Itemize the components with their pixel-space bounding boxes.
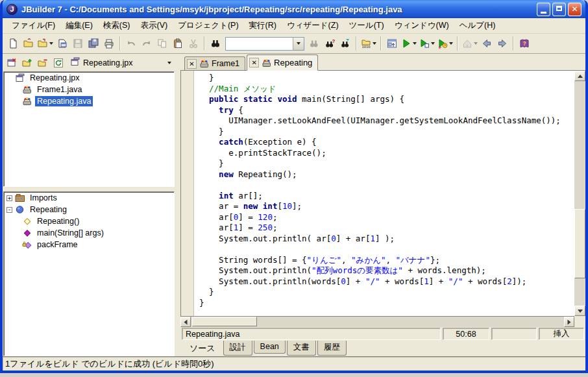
menu-item-7[interactable]: ツール(T) [344,18,389,33]
vertical-scroll-thumb[interactable] [574,209,585,278]
structure-tree-item-imports[interactable]: +Imports [4,192,174,204]
jbuilder-window: J JBuilder 7 - C:/Documents and Settings… [0,0,588,373]
menu-item-0[interactable]: ファイル(F) [6,18,60,33]
forward-button[interactable] [495,36,510,51]
make-project-button[interactable]: 1010 [360,36,378,51]
view-tab-設計[interactable]: 設計 [223,341,252,356]
editor-panel: ✕Frame1✕Repeating } //Main メソッド public s… [180,54,585,356]
reopen-button[interactable] [36,36,55,51]
close-project-button[interactable] [4,55,19,71]
minimize-button[interactable] [537,3,550,16]
menu-item-3[interactable]: 表示(V) [135,18,173,33]
open-file-button[interactable] [21,36,36,51]
structure-tree[interactable]: +Imports-RepeatingRepeating()main(String… [3,191,175,356]
close-file-button[interactable] [55,36,70,51]
editor-tab-frame1[interactable]: ✕Frame1 [184,56,245,70]
view-tab-文書[interactable]: 文書 [287,341,316,356]
ui-designer-button[interactable] [384,36,400,51]
left-panel: Repeating.jpx Repeating.jpxFrame1.javaRe… [3,54,175,356]
find-button[interactable] [208,36,223,51]
editor-tab-bar: ✕Frame1✕Repeating [180,54,585,71]
collapse-icon[interactable]: - [6,207,12,213]
maximize-icon [556,6,562,11]
redo-icon [141,38,152,49]
horizontal-splitter[interactable] [3,187,175,191]
menu-item-4[interactable]: プロジェクト(P) [173,18,243,33]
close-tab-icon[interactable]: ✕ [249,58,259,67]
structure-tree-item-label: Imports [28,193,59,203]
menu-item-1[interactable]: 編集(E) [60,18,98,33]
code-line: ar[1] = 250; [199,223,574,234]
add-file-button[interactable] [19,55,35,71]
project-tree-item-label: Repeating.jpx [28,73,81,83]
search-dropdown-button[interactable] [293,38,304,50]
new-file-button[interactable] [5,36,21,51]
paste-button[interactable] [170,36,186,51]
save-all-button[interactable] [86,36,101,51]
view-tab-履歴[interactable]: 履歴 [317,341,347,356]
project-tree-item-repeating-jpx[interactable]: Repeating.jpx [4,72,174,84]
toolbar-separator [380,36,382,51]
scroll-down-button[interactable] [574,306,585,316]
code-line: ar = new int[10]; [199,201,574,212]
view-tab-bean[interactable]: Bean [254,341,286,354]
print-icon [104,38,114,49]
expand-icon[interactable]: + [6,195,12,201]
close-project-icon [6,58,17,68]
maximize-button[interactable] [552,3,566,16]
code-line: } [199,287,574,298]
save-button [70,36,86,51]
menu-item-5[interactable]: 実行(R) [244,18,282,33]
horizontal-scroll-thumb[interactable] [192,317,257,326]
refresh-project-button[interactable] [51,55,66,71]
find-next-icon [309,38,319,49]
menu-item-6[interactable]: ウィザード(Z) [282,18,344,33]
structure-tree-item-packframe[interactable]: packFrame [4,239,174,250]
run-icon [401,38,411,49]
project-tree-item-repeating-java[interactable]: Repeating.java [4,95,174,107]
search-combo[interactable] [225,37,304,51]
scroll-left-button[interactable] [180,317,191,327]
profile-button[interactable] [436,36,454,51]
horizontal-scrollbar[interactable] [180,316,574,327]
save-icon [73,38,83,49]
chevron-down-icon [373,42,376,45]
print-button[interactable] [101,36,117,51]
horizontal-scroll-track[interactable] [191,317,564,327]
title-bar: J JBuilder 7 - C:/Documents and Settings… [3,0,585,18]
scrollbar-corner [574,316,585,327]
menu-item-8[interactable]: ウィンドウ(W) [389,18,454,33]
help-button[interactable]: ? [517,36,532,51]
scroll-right-button[interactable] [564,317,574,327]
close-tab-icon[interactable]: ✕ [187,59,197,69]
find-in-path-button[interactable] [337,36,353,51]
structure-tree-item-repeating[interactable]: Repeating() [4,215,174,227]
project-tree-item-frame1-java[interactable]: Frame1.java [4,84,174,95]
find-incremental-button[interactable]: ? [322,36,337,51]
save-all-icon [88,38,99,49]
remove-file-button[interactable] [35,55,51,71]
menu-item-2[interactable]: 検索(S) [98,18,136,33]
code-area[interactable]: } //Main メソッド public static void main(St… [194,71,574,316]
copy-icon [157,38,167,49]
view-tab-ソース[interactable]: ソース [183,341,222,357]
forward-icon [497,38,508,49]
close-button[interactable]: ✕ [568,3,582,16]
cut-icon [188,38,199,49]
main-toolbar: ?1010? [3,34,585,54]
vertical-scrollbar[interactable] [574,71,585,316]
project-tree[interactable]: Repeating.jpxFrame1.javaRepeating.java [3,71,175,187]
structure-tree-item-repeating[interactable]: -Repeating [4,204,174,215]
vertical-scroll-track[interactable] [574,81,585,306]
project-combo[interactable]: Repeating.jpx [69,56,173,70]
search-input[interactable] [226,38,293,49]
editor-tab-repeating[interactable]: ✕Repeating [247,55,318,71]
vertical-splitter[interactable] [175,54,180,356]
structure-tree-item-main-string-args[interactable]: main(String[] args) [4,227,174,239]
up-arrow-icon [578,75,583,78]
menu-item-9[interactable]: ヘルプ(H) [454,18,501,33]
scroll-up-button[interactable] [574,71,585,81]
debug-button[interactable] [418,36,436,51]
run-button[interactable] [400,36,418,51]
back-button[interactable] [479,36,495,51]
